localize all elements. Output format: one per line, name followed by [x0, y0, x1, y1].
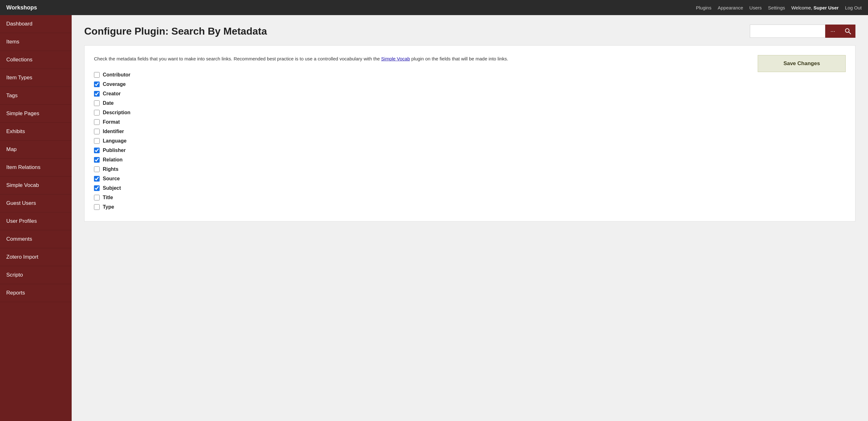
- field-coverage-checkbox[interactable]: [94, 82, 100, 87]
- svg-point-0: [845, 29, 849, 32]
- field-description-checkbox[interactable]: [94, 110, 100, 115]
- plugins-link[interactable]: Plugins: [696, 5, 712, 10]
- save-changes-button[interactable]: Save Changes: [758, 55, 846, 72]
- sidebar-item-exhibits[interactable]: Exhibits: [0, 123, 72, 141]
- plugin-sidebar: Save Changes: [758, 55, 846, 212]
- topbar: Workshops Plugins Appearance Users Setti…: [0, 0, 868, 15]
- field-language-checkbox[interactable]: [94, 138, 100, 144]
- users-link[interactable]: Users: [749, 5, 762, 10]
- sidebar-item-tags[interactable]: Tags: [0, 87, 72, 105]
- sidebar-item-guest-users[interactable]: Guest Users: [0, 194, 72, 213]
- sidebar-item-comments[interactable]: Comments: [0, 230, 72, 248]
- sidebar-item-simple-pages[interactable]: Simple Pages: [0, 105, 72, 123]
- field-creator-checkbox[interactable]: [94, 91, 100, 96]
- sidebar-item-zotero-import[interactable]: Zotero Import: [0, 248, 72, 266]
- sidebar-item-item-types[interactable]: Item Types: [0, 69, 72, 87]
- checkbox-row-format: Format: [94, 117, 745, 127]
- field-date-label[interactable]: Date: [103, 101, 114, 106]
- field-format-checkbox[interactable]: [94, 119, 100, 125]
- page-title: Configure Plugin: Search By Metadata: [84, 26, 267, 37]
- content-panel: Check the metadata fields that you want …: [84, 45, 856, 222]
- search-bar: ···: [750, 25, 856, 38]
- main-content: Configure Plugin: Search By Metadata ···…: [72, 15, 868, 421]
- sidebar-item-user-profiles[interactable]: User Profiles: [0, 213, 72, 230]
- field-source-checkbox[interactable]: [94, 176, 100, 181]
- search-input[interactable]: [750, 25, 825, 38]
- sidebar-item-simple-vocab[interactable]: Simple Vocab: [0, 176, 72, 194]
- checkbox-row-publisher: Publisher: [94, 146, 745, 155]
- field-identifier-label[interactable]: Identifier: [103, 129, 124, 134]
- topbar-brand[interactable]: Workshops: [6, 4, 37, 11]
- sidebar-item-collections[interactable]: Collections: [0, 51, 72, 69]
- sidebar-item-items[interactable]: Items: [0, 33, 72, 51]
- checkbox-row-relation: Relation: [94, 155, 745, 165]
- field-publisher-label[interactable]: Publisher: [103, 147, 126, 153]
- search-icon: [845, 28, 851, 34]
- form-section: Check the metadata fields that you want …: [94, 55, 745, 212]
- main-header: Configure Plugin: Search By Metadata ···: [84, 25, 856, 38]
- checkbox-row-creator: Creator: [94, 89, 745, 99]
- field-source-label[interactable]: Source: [103, 176, 120, 181]
- field-title-checkbox[interactable]: [94, 195, 100, 200]
- sidebar-item-dashboard[interactable]: Dashboard: [0, 15, 72, 33]
- field-rights-label[interactable]: Rights: [103, 166, 119, 172]
- sidebar: DashboardItemsCollectionsItem TypesTagsS…: [0, 15, 72, 421]
- field-type-label[interactable]: Type: [103, 204, 114, 210]
- checkbox-row-subject: Subject: [94, 184, 745, 193]
- description-text: Check the metadata fields that you want …: [94, 55, 745, 63]
- checkbox-row-title: Title: [94, 193, 745, 202]
- sidebar-item-map[interactable]: Map: [0, 141, 72, 159]
- sidebar-item-scripto[interactable]: Scripto: [0, 266, 72, 284]
- field-description-label[interactable]: Description: [103, 110, 130, 115]
- welcome-text: Welcome, Super User: [791, 5, 839, 10]
- field-relation-label[interactable]: Relation: [103, 157, 123, 163]
- search-more-button[interactable]: ···: [825, 25, 840, 38]
- field-coverage-label[interactable]: Coverage: [103, 82, 126, 87]
- field-language-label[interactable]: Language: [103, 138, 127, 144]
- fields-list: ContributorCoverageCreatorDateDescriptio…: [94, 70, 745, 212]
- sidebar-item-reports[interactable]: Reports: [0, 284, 72, 302]
- field-publisher-checkbox[interactable]: [94, 147, 100, 153]
- field-format-label[interactable]: Format: [103, 119, 120, 125]
- field-contributor-checkbox[interactable]: [94, 72, 100, 78]
- field-identifier-checkbox[interactable]: [94, 129, 100, 134]
- appearance-link[interactable]: Appearance: [718, 5, 743, 10]
- field-title-label[interactable]: Title: [103, 195, 113, 200]
- settings-link[interactable]: Settings: [768, 5, 785, 10]
- field-type-checkbox[interactable]: [94, 204, 100, 210]
- logout-link[interactable]: Log Out: [845, 5, 862, 10]
- field-relation-checkbox[interactable]: [94, 157, 100, 163]
- search-go-button[interactable]: [840, 25, 856, 38]
- simple-vocab-link[interactable]: Simple Vocab: [381, 56, 410, 61]
- field-rights-checkbox[interactable]: [94, 166, 100, 172]
- checkbox-row-description: Description: [94, 108, 745, 117]
- field-contributor-label[interactable]: Contributor: [103, 72, 130, 78]
- checkbox-row-date: Date: [94, 99, 745, 108]
- checkbox-row-identifier: Identifier: [94, 127, 745, 136]
- checkbox-row-source: Source: [94, 174, 745, 184]
- checkbox-row-language: Language: [94, 136, 745, 146]
- checkbox-row-type: Type: [94, 202, 745, 212]
- checkbox-row-rights: Rights: [94, 165, 745, 174]
- layout: DashboardItemsCollectionsItem TypesTagsS…: [0, 15, 868, 421]
- checkbox-row-contributor: Contributor: [94, 70, 745, 80]
- field-subject-label[interactable]: Subject: [103, 185, 121, 191]
- field-date-checkbox[interactable]: [94, 101, 100, 106]
- field-subject-checkbox[interactable]: [94, 185, 100, 191]
- topbar-nav: Plugins Appearance Users Settings Welcom…: [696, 5, 862, 10]
- sidebar-item-item-relations[interactable]: Item Relations: [0, 159, 72, 176]
- field-creator-label[interactable]: Creator: [103, 91, 121, 96]
- checkbox-row-coverage: Coverage: [94, 80, 745, 89]
- svg-line-1: [849, 32, 851, 34]
